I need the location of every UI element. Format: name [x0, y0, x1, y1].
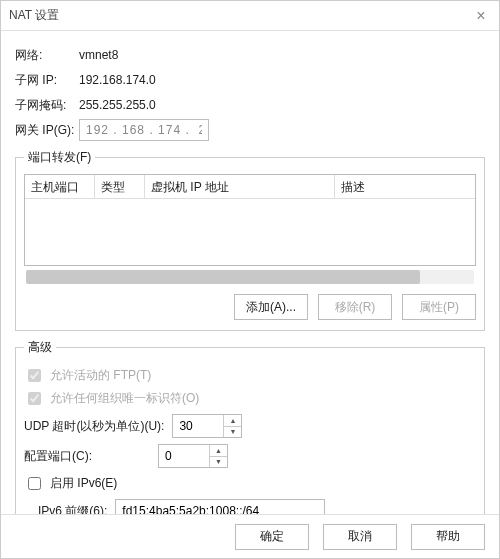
scrollbar-thumb[interactable]: [26, 270, 420, 284]
enable-ipv6-label: 启用 IPv6(E): [50, 475, 117, 492]
allow-ftp-checkbox: [28, 369, 41, 382]
properties-button[interactable]: 属性(P): [402, 294, 476, 320]
gateway-ip-label: 网关 IP(G):: [15, 122, 79, 139]
col-vm-ip: 虚拟机 IP 地址: [145, 175, 335, 198]
gateway-ip-input[interactable]: [79, 119, 209, 141]
subnet-mask-value: 255.255.255.0: [79, 98, 156, 112]
col-host-port: 主机端口: [25, 175, 95, 198]
port-forward-legend: 端口转发(F): [24, 149, 95, 166]
table-body: [25, 199, 475, 265]
udp-up-icon[interactable]: ▲: [224, 415, 241, 427]
network-label: 网络:: [15, 47, 79, 64]
col-description: 描述: [335, 175, 475, 198]
ipv6-prefix-label: IPv6 前缀(6):: [38, 503, 107, 515]
udp-timeout-input[interactable]: [173, 415, 223, 437]
port-forward-group: 端口转发(F) 主机端口 类型 虚拟机 IP 地址 描述 添加(A)... 移除…: [15, 149, 485, 331]
add-button[interactable]: 添加(A)...: [234, 294, 308, 320]
table-header: 主机端口 类型 虚拟机 IP 地址 描述: [25, 175, 475, 199]
subnet-ip-label: 子网 IP:: [15, 72, 79, 89]
col-type: 类型: [95, 175, 145, 198]
allow-ftp-label: 允许活动的 FTP(T): [50, 367, 151, 384]
remove-button[interactable]: 移除(R): [318, 294, 392, 320]
config-port-spinner[interactable]: ▲ ▼: [158, 444, 228, 468]
advanced-group: 高级 允许活动的 FTP(T) 允许任何组织唯一标识符(O) UDP 超时(以秒…: [15, 339, 485, 514]
config-port-input[interactable]: [159, 445, 209, 467]
nat-settings-dialog: NAT 设置 × 网络: vmnet8 子网 IP: 192.168.174.0…: [0, 0, 500, 559]
udp-timeout-spinner[interactable]: ▲ ▼: [172, 414, 242, 438]
advanced-legend: 高级: [24, 339, 56, 356]
udp-timeout-label: UDP 超时(以秒为单位)(U):: [24, 418, 164, 435]
subnet-ip-value: 192.168.174.0: [79, 73, 156, 87]
enable-ipv6-checkbox[interactable]: [28, 477, 41, 490]
udp-down-icon[interactable]: ▼: [224, 427, 241, 438]
window-title: NAT 设置: [9, 7, 471, 24]
ipv6-prefix-input[interactable]: [115, 499, 325, 514]
cfgport-up-icon[interactable]: ▲: [210, 445, 227, 457]
content-area: 网络: vmnet8 子网 IP: 192.168.174.0 子网掩码: 25…: [1, 31, 499, 514]
help-button[interactable]: 帮助: [411, 524, 485, 550]
allow-oui-label: 允许任何组织唯一标识符(O): [50, 390, 199, 407]
allow-oui-checkbox: [28, 392, 41, 405]
close-icon[interactable]: ×: [471, 7, 491, 25]
subnet-mask-label: 子网掩码:: [15, 97, 79, 114]
titlebar: NAT 设置 ×: [1, 1, 499, 31]
ok-button[interactable]: 确定: [235, 524, 309, 550]
cancel-button[interactable]: 取消: [323, 524, 397, 550]
config-port-label: 配置端口(C):: [24, 448, 92, 465]
port-forward-table[interactable]: 主机端口 类型 虚拟机 IP 地址 描述: [24, 174, 476, 266]
dialog-footer: 确定 取消 帮助: [1, 514, 499, 558]
horizontal-scrollbar[interactable]: [26, 270, 474, 284]
cfgport-down-icon[interactable]: ▼: [210, 457, 227, 468]
network-value: vmnet8: [79, 48, 118, 62]
